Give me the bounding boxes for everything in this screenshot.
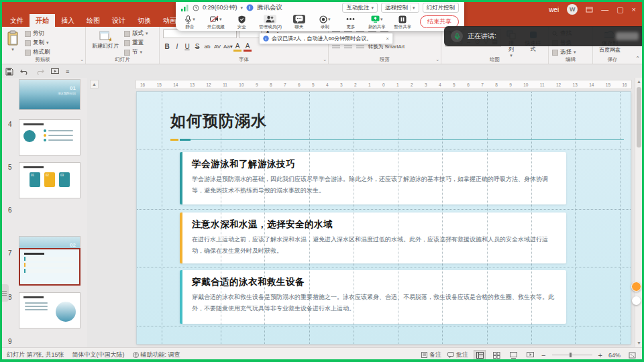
underline-button[interactable]: U (183, 43, 191, 50)
vertical-scrollbar[interactable]: ▲ ▼ (635, 78, 642, 347)
avatar[interactable]: W (567, 4, 578, 15)
comments-toggle[interactable]: 批注 (447, 351, 468, 359)
guide-line (137, 326, 631, 326)
content-card-1[interactable]: 学会游泳和了解游泳技巧 学会游泳是预防溺水的基础，因此我们应该尽早学会游泳。除此… (180, 152, 566, 204)
ribbon-tab-切换[interactable]: 切换 (131, 14, 157, 27)
accessibility-status[interactable]: 辅助功能: 调查 (133, 351, 180, 359)
thumbnail-slide-3[interactable]: 01 溺水预防知识 (19, 79, 80, 110)
align-left-icon[interactable] (332, 44, 340, 50)
ribbon-tab-绘图[interactable]: 绘图 (80, 14, 106, 27)
restore-button[interactable]: ▢ (616, 6, 623, 13)
change-case-button[interactable]: Aa▾ (223, 44, 231, 50)
thumbnail-slide-8[interactable] (19, 292, 80, 328)
char-spacing-button[interactable]: AV (213, 44, 221, 50)
paste-button[interactable]: ▾ (3, 29, 22, 54)
shield-icon (238, 15, 246, 23)
ruler-tick-label: 11 (540, 82, 545, 87)
ruler-tick-label: 2 (354, 82, 357, 87)
zoom-level[interactable]: 64% (608, 352, 621, 359)
font-color-button[interactable]: A (244, 42, 252, 52)
undo-icon[interactable] (20, 68, 29, 75)
new-slide-button[interactable]: ★ 新建幻灯片 (89, 29, 121, 50)
start-video-button[interactable]: ▾ 开启视频 (207, 15, 225, 30)
ribbon-tab-文件[interactable]: 文件 (4, 14, 30, 27)
zoom-in-button[interactable]: + (598, 351, 602, 359)
speaking-indicator: 正在讲话: (444, 26, 644, 46)
ruler-tick-label: 12 (556, 82, 561, 87)
smartart-button[interactable]: 转换为 SmartArt (368, 44, 405, 50)
annotate-dropdown[interactable]: 互动批注▾ (342, 3, 378, 13)
ribbon-tab-开始[interactable]: 开始 (30, 14, 55, 27)
normal-view-button[interactable] (474, 351, 485, 360)
slide-control-button[interactable]: 幻灯片控制 (423, 3, 460, 13)
close-button[interactable]: × (632, 6, 636, 13)
minimize-button[interactable]: — (601, 6, 608, 13)
notice-close-icon[interactable]: × (386, 36, 389, 42)
new-share-button[interactable]: ▾ 新的共享 (368, 15, 386, 30)
content-card-2[interactable]: 注意水深和水温，选择安全的水域 在进行水上运动之前，应该了解水深和水温，避免进入… (180, 213, 566, 263)
zoom-slider-thumb[interactable] (570, 353, 572, 357)
align-center-icon[interactable] (344, 44, 352, 50)
ribbon-tab-插入[interactable]: 插入 (55, 14, 80, 27)
svg-text:★: ★ (108, 36, 111, 42)
paragraph-dialog-launcher[interactable]: ⌄ (435, 57, 439, 62)
thumbnail-slide-4[interactable] (19, 119, 80, 156)
save-icon[interactable] (5, 68, 13, 76)
notes-toggle[interactable]: 备注 (421, 351, 441, 359)
more-button[interactable]: 更多 (342, 15, 360, 30)
meeting-notice: i 会议已满2人，自动进入60分钟限时会议。 × (259, 33, 393, 44)
record-button[interactable]: ▾ 录制 (316, 15, 333, 30)
ribbon-display-options-icon[interactable] (586, 6, 593, 13)
italic-button[interactable]: I (173, 43, 181, 50)
chat-button[interactable]: 聊天 (290, 15, 308, 30)
layout-button[interactable]: 版式 ▾ (124, 29, 148, 38)
start-slideshow-icon[interactable] (51, 68, 59, 75)
cut-button[interactable]: 剪切 (25, 29, 50, 38)
ruler-left-scroll-arrow[interactable]: ▲ (90, 80, 99, 88)
zoom-slider[interactable] (552, 355, 592, 355)
content-card-3[interactable]: 穿戴合适的泳衣和救生设备 穿戴合适的泳衣和救生设备是预防溺水的重要措施之一。泳衣… (180, 270, 566, 324)
slide-title[interactable]: 如何预防溺水 (170, 111, 267, 131)
remote-control-dropdown[interactable]: 远程控制▾ (381, 3, 419, 13)
align-right-icon[interactable] (356, 44, 364, 50)
reading-view-button[interactable] (508, 351, 519, 360)
pause-share-icon (398, 15, 407, 23)
timer-caret-icon[interactable]: ▾ (241, 5, 244, 11)
thumbnail-slide-5[interactable]: 01 02 03 (19, 162, 80, 198)
text-shadow-button[interactable]: ab (203, 44, 211, 50)
more-icon (346, 17, 355, 21)
select-button[interactable]: 选择 ▾ (552, 48, 576, 56)
ruler-tick-label: 9 (256, 82, 258, 87)
thumbnail-slide-7-selected[interactable] (19, 248, 80, 286)
security-button[interactable]: 安全 (233, 15, 250, 30)
slide-sorter-view-button[interactable] (491, 351, 502, 360)
pause-share-button[interactable]: 暂停共享 (394, 15, 411, 30)
reset-button[interactable]: 重置 (124, 39, 148, 47)
collapse-ribbon-icon[interactable]: ⌃ (635, 56, 640, 62)
svg-text:i: i (249, 5, 250, 10)
font-dialog-launcher[interactable]: ⌄ (323, 57, 327, 62)
ribbon-tab-设计[interactable]: 设计 (106, 14, 131, 27)
format-painter-button[interactable]: 格式刷 (25, 48, 50, 56)
slideshow-view-button[interactable] (525, 351, 535, 360)
fit-to-window-button[interactable] (627, 351, 637, 360)
qat-more-icon[interactable]: ≡ (66, 68, 69, 75)
notes-icon (421, 352, 427, 358)
slide-canvas[interactable]: 如何预防溺水 学会游泳和了解游泳技巧 学会游泳是预防溺水的基础，因此我们应该尽早… (137, 92, 631, 344)
highlight-color-button[interactable]: A (233, 42, 241, 52)
copy-button[interactable]: 复制 ▾ (25, 39, 50, 47)
user-name: wei (549, 6, 559, 13)
manage-members-button[interactable]: 管理成员(2) (259, 15, 282, 30)
clipboard-dialog-launcher[interactable]: ⌄ (80, 57, 84, 62)
section-button[interactable]: 节 ▾ (124, 48, 148, 56)
zoom-out-button[interactable]: − (541, 351, 545, 359)
redo-icon[interactable] (36, 68, 44, 75)
bold-button[interactable]: B (163, 43, 171, 50)
floating-widget-icon[interactable] (631, 282, 641, 292)
mute-button[interactable]: ▾ 静音 (181, 15, 199, 30)
guide-line (137, 149, 631, 149)
language-status[interactable]: 简体中文(中国大陆) (72, 351, 125, 359)
scrollbar-thumb[interactable] (637, 87, 641, 147)
strikethrough-button[interactable]: S (193, 43, 201, 50)
floating-widget-icon[interactable] (632, 296, 641, 305)
